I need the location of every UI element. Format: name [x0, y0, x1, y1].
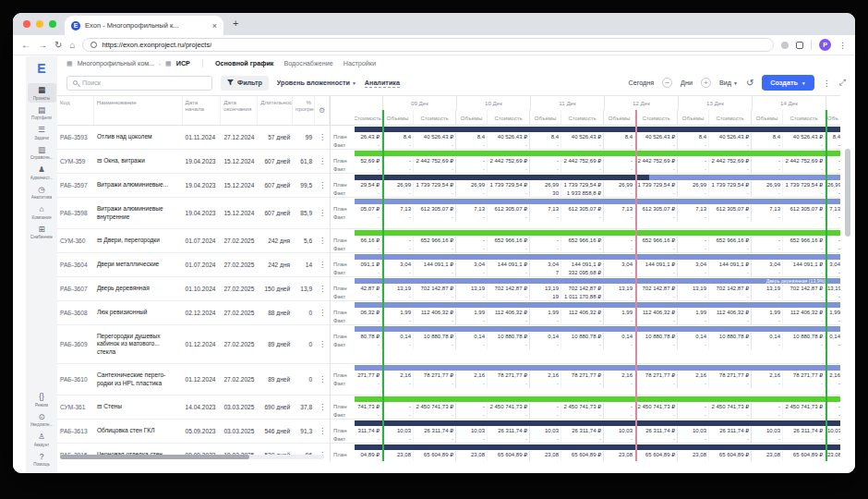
sidebar-item-admin[interactable]: ♟Админист... [28, 163, 56, 182]
forward-icon[interactable]: → [38, 40, 47, 50]
profile-avatar[interactable]: P [819, 39, 831, 51]
home-icon[interactable]: ⌂ [69, 40, 75, 50]
row-menu-icon[interactable]: ⋮ [315, 133, 330, 141]
table-row[interactable]: СУМ-359⊟ Окна, витражи19.04.202315.12.20… [57, 150, 330, 174]
table-row[interactable]: РАБ-3608Люк ревизионный02.12.202427.02.2… [57, 301, 330, 325]
table-row[interactable]: СУМ-361⊟ Стены14.04.202303.03.2025690 дн… [57, 396, 330, 420]
gantt-cost-value: 1 933 858,8 ₽ [561, 189, 604, 198]
site-info-icon[interactable] [90, 42, 97, 48]
sidebar-item-reference[interactable]: ▥Справочн... [28, 143, 56, 163]
table-row[interactable]: РАБ-3597Витражи алюминиевые...19.04.2023… [57, 174, 330, 198]
scrollbar-thumb[interactable] [60, 455, 249, 459]
nesting-level-button[interactable]: Уровень вложенности ▼ [277, 79, 356, 87]
tab-Основной график[interactable]: Основной график [215, 59, 274, 67]
gantt-volume-value: - [604, 213, 635, 222]
row-menu-icon[interactable]: ⋮ [315, 375, 330, 383]
browser-tab[interactable]: E Exon - Многопрофильный к... × [65, 16, 223, 35]
minimize-window-icon[interactable] [36, 20, 43, 28]
gantt-volume-value: - [604, 269, 635, 277]
toolbar-menu-icon[interactable]: ⋮ [823, 79, 831, 88]
gantt-bar[interactable] [355, 199, 840, 204]
gantt-volume-value: - [382, 380, 414, 388]
table-row[interactable]: РАБ-3609Перегородки душевых кабинок из м… [57, 325, 330, 364]
gantt-bar[interactable] [355, 420, 840, 426]
row-menu-icon[interactable]: ⋮ [315, 209, 330, 217]
tab-close-icon[interactable]: × [212, 21, 217, 30]
analytics-link[interactable]: Аналитика [365, 79, 400, 88]
gantt-bar[interactable] [355, 254, 840, 260]
row-menu-icon[interactable]: ⋮ [315, 157, 330, 165]
zoom-in-icon[interactable]: + [701, 78, 711, 88]
sidebar-item-notifications[interactable]: ⊙Уведомле... [28, 410, 56, 430]
sidebar-item-help[interactable]: ?Помощь [28, 450, 56, 469]
time-unit-label[interactable]: Дни [681, 79, 693, 87]
filter-button[interactable]: Фильтр [221, 76, 269, 91]
back-icon[interactable]: ← [21, 40, 30, 50]
row-menu-icon[interactable]: ⋮ [315, 427, 330, 435]
gantt-bar[interactable]: Дверь деревянная (13,9%) [355, 278, 840, 284]
gantt-bar-fact[interactable] [355, 175, 649, 180]
sidebar-item-supply[interactable]: ⊞Снабжение [28, 223, 56, 242]
gantt-bar[interactable] [355, 302, 840, 308]
gantt-bar[interactable] [355, 326, 840, 332]
gantt-bar[interactable] [355, 127, 840, 132]
view-button[interactable]: Вид ▼ [719, 79, 738, 87]
table-row[interactable]: СУМ-360⊟ Двери, перегородки01.07.202427.… [57, 229, 330, 253]
close-window-icon[interactable] [23, 20, 30, 28]
sidebar-item-analytics[interactable]: ◷Аналитика [28, 183, 56, 202]
fullscreen-icon[interactable]: ⤢ [839, 78, 846, 88]
row-menu-icon[interactable]: ⋮ [315, 285, 330, 293]
zoom-window-icon[interactable] [49, 20, 56, 28]
table-row[interactable]: РАБ-3610Сантехнические перего­родки из H… [57, 364, 330, 396]
table-row[interactable]: РАБ-3613Облицовка стен ГКЛ05.09.202303.0… [57, 420, 330, 444]
vertical-scrollbar[interactable] [845, 149, 850, 237]
sidebar-item-mode[interactable]: {}Режим [28, 390, 56, 409]
gantt-bar-plan[interactable] [649, 175, 840, 180]
gantt-bar[interactable] [355, 365, 840, 371]
row-menu-icon[interactable]: ⋮ [315, 309, 330, 317]
table-row[interactable]: РАБ-3598Витражи алюминиевые внутренние19… [57, 198, 330, 229]
sidebar-item-projects[interactable]: ▦Проекты [28, 83, 56, 103]
reload-icon[interactable]: ↻ [54, 40, 62, 50]
row-menu-icon[interactable]: ⋮ [315, 181, 330, 189]
today-button[interactable]: Сегодня [629, 79, 655, 87]
search-input[interactable]: Поиск [66, 76, 212, 91]
sidebar-item-portfolios[interactable]: ▤Портфели [28, 103, 56, 123]
gantt-cost-value: - [783, 165, 826, 174]
app-logo[interactable]: E [37, 61, 45, 76]
gantt-bar[interactable] [355, 396, 840, 402]
gantt-partial-cost-value: - [355, 213, 382, 222]
sidebar: E ▦Проекты▤Портфели☰Задачи▥Справочн...♟А… [26, 56, 57, 473]
zoom-out-icon[interactable]: − [662, 78, 672, 88]
new-tab-icon[interactable]: + [233, 18, 238, 29]
create-button[interactable]: Создать ▼ [762, 75, 814, 91]
horizontal-scrollbar[interactable] [60, 455, 324, 459]
table-row[interactable]: РАБ-3604Двери металлические01.07.202427.… [57, 253, 330, 277]
tab-Настройки[interactable]: Настройки [344, 59, 376, 67]
extension-dot-icon[interactable] [781, 42, 789, 49]
gantt-bar[interactable] [355, 151, 840, 156]
row-name[interactable]: ⊟ Стены [94, 403, 183, 410]
row-menu-icon[interactable]: ⋮ [315, 261, 330, 269]
row-menu-icon[interactable]: ⋮ [315, 403, 330, 411]
gantt-partial-cost-value: - [355, 341, 382, 349]
tab-Водоснабжение[interactable]: Водоснабжение [283, 59, 332, 67]
extensions-icon[interactable] [796, 42, 803, 49]
sidebar-item-tasks[interactable]: ☰Задачи [28, 123, 56, 142]
row-name[interactable]: ⊟ Двери, перегородки [94, 237, 183, 244]
table-settings-gear-icon[interactable]: ⚙ [315, 96, 330, 125]
browser-menu-icon[interactable]: ⋮ [838, 41, 847, 50]
sidebar-item-account[interactable]: ♙Аккаунт [28, 430, 56, 449]
history-icon[interactable]: ↺ [746, 78, 753, 88]
row-menu-icon[interactable]: ⋮ [315, 237, 330, 245]
table-row[interactable]: РАБ-3593Отлив над цоколем01.11.202427.12… [57, 126, 330, 150]
row-menu-icon[interactable]: ⋮ [315, 340, 330, 348]
breadcrumb-project[interactable]: Многопрофильный ком... [78, 59, 154, 67]
table-row[interactable]: РАБ-3607Дверь деревянная01.10.202427.02.… [57, 277, 330, 301]
address-bar[interactable]: https://exon.exonproject.ru/projects/ [82, 38, 774, 52]
sidebar-item-company[interactable]: ⌂Компания [28, 202, 56, 222]
sidebar-item-label: Проекты [33, 96, 50, 101]
gantt-bar[interactable] [355, 230, 840, 236]
gantt-bar[interactable] [355, 444, 840, 450]
row-name[interactable]: ⊟ Окна, витражи [94, 157, 183, 164]
